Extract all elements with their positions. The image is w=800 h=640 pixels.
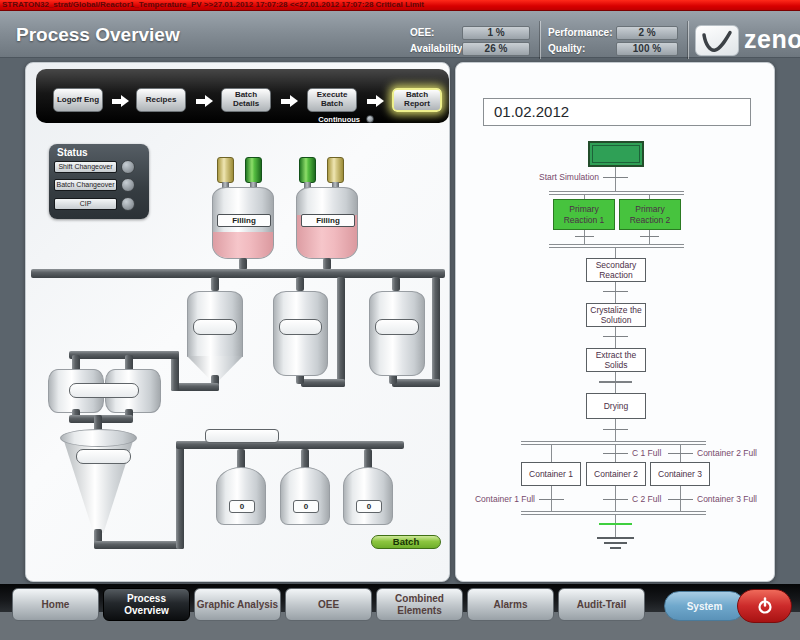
sfc-line bbox=[615, 248, 616, 258]
filler-tank-2-state: Filling bbox=[301, 214, 355, 227]
pipe-segment bbox=[432, 277, 440, 387]
sfc-step-container-3: Container 3 bbox=[650, 462, 710, 486]
sfc-transition bbox=[603, 177, 628, 178]
sfc-transition bbox=[603, 499, 628, 500]
sfc-line bbox=[615, 327, 616, 348]
sfc-parallel-bar bbox=[521, 441, 706, 445]
sfc-transition-label: Container 3 Full bbox=[697, 494, 757, 504]
shift-changeover-button[interactable]: Shift Changeover bbox=[54, 161, 117, 173]
status-title: Status bbox=[57, 147, 88, 158]
ground-symbol bbox=[610, 547, 621, 549]
sfc-transition bbox=[599, 381, 632, 383]
sfc-line bbox=[615, 419, 616, 441]
filler-tank-1-state: Filling bbox=[217, 214, 271, 227]
recipes-button[interactable]: Recipes bbox=[136, 88, 186, 112]
container-3-count: 0 bbox=[356, 500, 382, 513]
valve-gold bbox=[217, 157, 234, 183]
container-vessel-2: 0 bbox=[280, 467, 330, 525]
pipe-segment bbox=[94, 541, 184, 549]
nav-tab-graphic-analysis[interactable]: Graphic Analysis bbox=[194, 588, 281, 621]
oee-value: 1 % bbox=[462, 26, 530, 40]
nav-tab-combined-elements[interactable]: Combined Elements bbox=[376, 588, 463, 621]
tank-level-window bbox=[69, 383, 139, 398]
sfc-line bbox=[615, 167, 616, 191]
cip-button[interactable]: CIP bbox=[54, 198, 117, 210]
workflow-bar: Logoff Eng Recipes Batch Details Execute… bbox=[36, 69, 449, 123]
batch-button[interactable]: Batch bbox=[371, 535, 441, 549]
zenon-logo bbox=[695, 25, 739, 56]
system-button[interactable]: System bbox=[664, 591, 745, 621]
performance-label: Performance: bbox=[548, 27, 612, 38]
shift-changeover-lamp bbox=[121, 160, 135, 174]
sfc-line bbox=[615, 515, 616, 537]
power-button[interactable] bbox=[737, 589, 792, 623]
sfc-step-primary-reaction-1: Primary Reaction 1 bbox=[553, 199, 615, 230]
filler-tank-1: Filling bbox=[212, 187, 274, 259]
sfc-step-crystalize: Crystalize the Solution bbox=[586, 303, 646, 327]
valve-green bbox=[245, 157, 262, 183]
sfc-transition-label: Start Simulation bbox=[496, 172, 599, 182]
quality-value: 100 % bbox=[616, 42, 678, 56]
sfc-transition bbox=[603, 429, 628, 430]
nav-tab-oee[interactable]: OEE bbox=[285, 588, 372, 621]
sfc-active-transition bbox=[599, 523, 632, 525]
logoff-eng-button[interactable]: Logoff Eng bbox=[53, 88, 103, 112]
batch-report-button[interactable]: Batch Report bbox=[392, 88, 442, 112]
header-divider bbox=[540, 21, 541, 59]
arrow-right-icon bbox=[196, 95, 213, 107]
alarm-text: STRATON32_strat/Global/Reactor1_Temperat… bbox=[2, 0, 424, 9]
sfc-transition bbox=[668, 453, 693, 454]
sfc-line bbox=[584, 230, 585, 244]
continuous-indicator-lamp[interactable] bbox=[366, 115, 374, 123]
main-pipe bbox=[31, 269, 445, 278]
sfc-transition bbox=[603, 291, 628, 292]
container-2-count: 0 bbox=[293, 500, 319, 513]
power-icon bbox=[756, 597, 774, 615]
process-overview-panel: Logoff Eng Recipes Batch Details Execute… bbox=[25, 62, 450, 582]
header: Process Overview OEE: 1 % Availability: … bbox=[0, 11, 800, 58]
batch-changeover-lamp bbox=[121, 178, 135, 192]
logo-text: zenon bbox=[744, 25, 800, 54]
nav-tab-process-overview[interactable]: Process Overview bbox=[103, 588, 190, 621]
pipe-segment bbox=[392, 379, 440, 387]
pipe-segment bbox=[296, 277, 304, 291]
sfc-transition bbox=[603, 453, 628, 454]
tank-level-window bbox=[76, 449, 131, 464]
sfc-transition bbox=[539, 499, 564, 500]
date-field[interactable]: 01.02.2012 bbox=[483, 98, 751, 126]
tank-level-window bbox=[375, 319, 419, 335]
nav-tab-home[interactable]: Home bbox=[12, 588, 99, 621]
container-vessel-1: 0 bbox=[216, 467, 266, 525]
sfc-transition bbox=[575, 236, 594, 237]
sfc-transition-label: C 2 Full bbox=[632, 494, 661, 504]
sfc-step-extract: Extract the Solids bbox=[586, 348, 646, 372]
pipe-segment bbox=[176, 441, 184, 549]
status-panel: Status Shift Changeover Batch Changeover… bbox=[49, 144, 149, 219]
quality-label: Quality: bbox=[548, 43, 585, 54]
availability-label: Availability: bbox=[410, 43, 466, 54]
sfc-transition-label: Container 2 Full bbox=[697, 448, 757, 458]
cone-vessel bbox=[60, 429, 137, 533]
cip-lamp bbox=[121, 197, 135, 211]
batch-changeover-button[interactable]: Batch Changeover bbox=[54, 179, 117, 191]
bottom-navigation: Home Process Overview Graphic Analysis O… bbox=[0, 584, 800, 640]
execute-batch-button[interactable]: Execute Batch bbox=[307, 88, 357, 112]
alarm-message-bar[interactable]: STRATON32_strat/Global/Reactor1_Temperat… bbox=[0, 0, 800, 11]
batch-details-button[interactable]: Batch Details bbox=[221, 88, 271, 112]
batch-sfc-panel: 01.02.2012 Start Simulation Primary Reac… bbox=[455, 62, 775, 582]
sfc-line bbox=[615, 282, 616, 303]
availability-value: 26 % bbox=[462, 42, 530, 56]
arrow-right-icon bbox=[281, 95, 298, 107]
filler-tank-2: Filling bbox=[296, 187, 358, 259]
tank-level-window bbox=[279, 319, 322, 335]
zenon-swoosh-icon bbox=[699, 28, 735, 54]
tank-level-window bbox=[193, 319, 237, 335]
cone-top bbox=[60, 429, 137, 447]
display-box bbox=[205, 429, 279, 443]
oee-label: OEE: bbox=[410, 27, 434, 38]
pipe-segment bbox=[301, 379, 345, 387]
sfc-start-step bbox=[588, 141, 644, 167]
nav-tab-audit-trail[interactable]: Audit-Trail bbox=[558, 588, 645, 621]
pipe-segment bbox=[337, 277, 345, 387]
nav-tab-alarms[interactable]: Alarms bbox=[467, 588, 554, 621]
